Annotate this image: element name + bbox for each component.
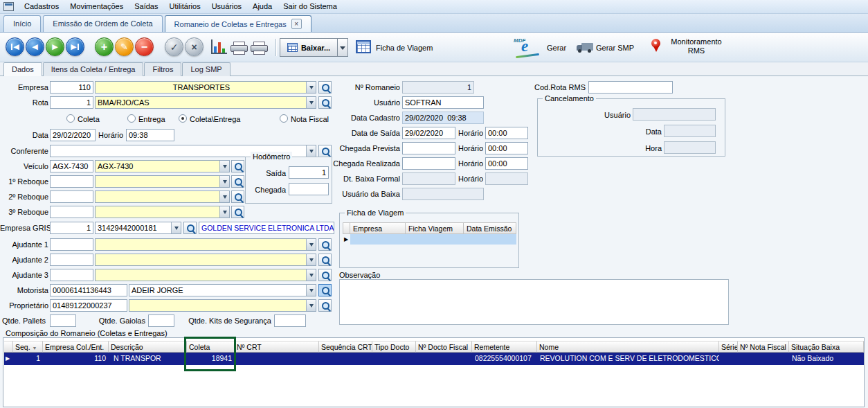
ajudante1-code-input[interactable] xyxy=(50,238,93,251)
menu-item-saidas[interactable]: Saídas xyxy=(129,0,163,14)
tab-emissao-de-ordem-de-coleta[interactable]: Emissão de Ordem de Coleta xyxy=(43,15,162,32)
menu-item-movimentacoes[interactable]: Movimentações xyxy=(64,0,129,14)
nav-next-button[interactable]: ▶ xyxy=(46,37,64,56)
ajudante2-combo[interactable] xyxy=(95,254,316,266)
ajudante3-code-input[interactable] xyxy=(50,269,93,281)
menu-item-usuarios[interactable]: Usuários xyxy=(206,0,247,14)
reboque3-dropdown-icon[interactable] xyxy=(219,206,229,218)
empresa-gris-search-button[interactable] xyxy=(183,222,197,234)
print-button[interactable] xyxy=(230,42,248,55)
reboque2-code-input[interactable] xyxy=(50,190,93,203)
ficha-grid-selected-row[interactable] xyxy=(350,234,516,245)
proprietario-dropdown-icon[interactable] xyxy=(306,300,316,311)
motorista-search-button[interactable] xyxy=(318,284,332,296)
observacao-textarea[interactable] xyxy=(339,279,729,325)
tab-inicio[interactable]: Início xyxy=(3,15,41,32)
hodometro-chegada-input[interactable] xyxy=(289,183,329,195)
veiculo-search-button[interactable] xyxy=(231,160,244,172)
ajudante2-code-input[interactable] xyxy=(50,254,93,266)
tab-itens-da-coleta-entrega[interactable]: Itens da Coleta / Entrega xyxy=(43,62,144,76)
ajudante2-search-button[interactable] xyxy=(318,254,332,266)
chart-icon[interactable] xyxy=(211,39,227,54)
reboque1-dropdown-icon[interactable] xyxy=(219,176,229,187)
empresa-combo[interactable]: TRANSPORTES xyxy=(95,81,316,94)
map-pin-icon[interactable] xyxy=(651,39,661,53)
rota-dropdown-icon[interactable] xyxy=(306,97,316,108)
gerar-smp-button[interactable]: Gerar SMP xyxy=(596,44,634,52)
chegada-prevista-input[interactable] xyxy=(402,142,455,154)
veiculo-code-input[interactable]: AGX-7430 xyxy=(50,160,93,172)
veiculo-combo[interactable]: AGX-7430 xyxy=(95,160,230,172)
gerar-button[interactable]: Gerar xyxy=(547,44,566,52)
tab-filtros[interactable]: Filtros xyxy=(144,62,181,76)
menu-item-utilitarios[interactable]: Utilitários xyxy=(163,0,206,14)
veiculo-dropdown-icon[interactable] xyxy=(219,161,229,172)
empresa-gris-combo[interactable]: 31429442000181 xyxy=(95,222,181,234)
ficha-grid-header-ficha-viagem[interactable]: Ficha Viagem xyxy=(406,222,464,234)
menu-item-cadastros[interactable]: Cadastros xyxy=(19,0,64,14)
monitoramento-rms-button[interactable]: Monitoramento RMS xyxy=(664,37,728,55)
data-saida-horario-input[interactable]: 00:00 xyxy=(485,127,528,139)
conferente-search-button[interactable] xyxy=(318,145,332,157)
rota-combo[interactable]: BMA/RJO/CAS xyxy=(95,96,316,109)
motorista-dropdown-icon[interactable] xyxy=(306,285,316,296)
empresa-dropdown-icon[interactable] xyxy=(306,82,316,93)
nav-prior-button[interactable]: ◀ xyxy=(26,37,44,56)
radio-coleta-entrega[interactable] xyxy=(179,114,187,123)
reboque3-code-input[interactable] xyxy=(50,206,93,218)
grid-header-sequencia-crt[interactable]: Sequência CRT xyxy=(319,341,372,353)
grid-header-n-docto-fiscal[interactable]: Nº Docto Fiscal xyxy=(416,341,472,353)
conferente-dropdown-icon[interactable] xyxy=(306,145,316,157)
grid-header-empresa[interactable]: Empresa Col./Ent. xyxy=(43,341,109,353)
proprietario-search-button[interactable] xyxy=(318,299,332,312)
grid-header-serie[interactable]: Série xyxy=(719,341,738,353)
ficha-de-viagem-button[interactable]: Ficha de Viagem xyxy=(376,44,433,52)
grid-header-nome[interactable]: Nome xyxy=(537,341,719,353)
filter-icon[interactable]: ▼ xyxy=(33,346,37,351)
smp-truck-icon[interactable] xyxy=(577,43,593,53)
grid-header-n-nota-fiscal[interactable]: Nº Nota Fiscal xyxy=(738,341,789,353)
chegada-realizada-horario-input[interactable]: 00:00 xyxy=(485,157,528,170)
ajudante3-combo[interactable] xyxy=(95,269,316,281)
radio-entrega[interactable] xyxy=(127,114,136,123)
qtde-gaiolas-input[interactable] xyxy=(148,314,174,327)
empresa-search-button[interactable] xyxy=(318,81,332,94)
radio-nota-fiscal[interactable] xyxy=(280,114,288,123)
reboque1-code-input[interactable] xyxy=(50,175,93,188)
usuario-field[interactable]: SOFTRAN xyxy=(402,96,484,109)
hodometro-saida-input[interactable]: 1 xyxy=(289,166,329,179)
grid-header-situacao-baixa[interactable]: Situação Baixa xyxy=(789,341,864,353)
rota-code-input[interactable]: 1 xyxy=(50,96,93,109)
ajudante3-dropdown-icon[interactable] xyxy=(306,269,316,281)
proprietario-combo[interactable] xyxy=(129,299,316,312)
reboque2-combo[interactable] xyxy=(95,190,230,203)
baixar-button[interactable]: Baixar... xyxy=(280,38,338,57)
edit-button[interactable]: ✎ xyxy=(115,37,134,56)
ajudante3-search-button[interactable] xyxy=(318,269,332,281)
horario-input[interactable]: 09:38 xyxy=(126,129,174,141)
grid-header-tipo-docto[interactable]: Tipo Docto xyxy=(372,341,416,353)
qtde-pallets-input[interactable] xyxy=(50,314,76,327)
reboque3-search-button[interactable] xyxy=(231,206,244,218)
grid-header-coleta[interactable]: Coleta xyxy=(187,341,235,353)
grid-selected-row[interactable]: ▶ 1 110 N TRANSPOR 18941 08225554000107 … xyxy=(4,353,864,365)
proprietario-code-input[interactable]: 01489122000237 xyxy=(50,299,127,312)
ajudante1-dropdown-icon[interactable] xyxy=(306,239,316,250)
tab-close-icon[interactable]: × xyxy=(291,19,302,29)
empresa-gris-dropdown-icon[interactable] xyxy=(171,222,181,233)
confirm-button[interactable]: ✓ xyxy=(165,37,183,56)
ficha-grid-header-data-emissao[interactable]: Data Emissão xyxy=(464,222,516,234)
nav-last-button[interactable]: ▶ xyxy=(66,37,84,56)
delete-button[interactable]: − xyxy=(135,37,154,56)
reboque1-combo[interactable] xyxy=(95,175,230,188)
menu-item-ajuda[interactable]: Ajuda xyxy=(247,0,278,14)
ajudante1-combo[interactable] xyxy=(95,238,316,251)
empresa-gris-code-input[interactable]: 1 xyxy=(50,222,93,234)
data-saida-input[interactable]: 29/02/2020 xyxy=(402,127,455,139)
data-input[interactable]: 29/02/2020 xyxy=(50,129,96,141)
print-preview-button[interactable] xyxy=(251,42,269,55)
motorista-code-input[interactable]: 00006141136443 xyxy=(50,284,127,296)
ajudante2-dropdown-icon[interactable] xyxy=(306,254,316,265)
tab-dados[interactable]: Dados xyxy=(3,62,42,76)
insert-button[interactable]: + xyxy=(95,37,114,56)
